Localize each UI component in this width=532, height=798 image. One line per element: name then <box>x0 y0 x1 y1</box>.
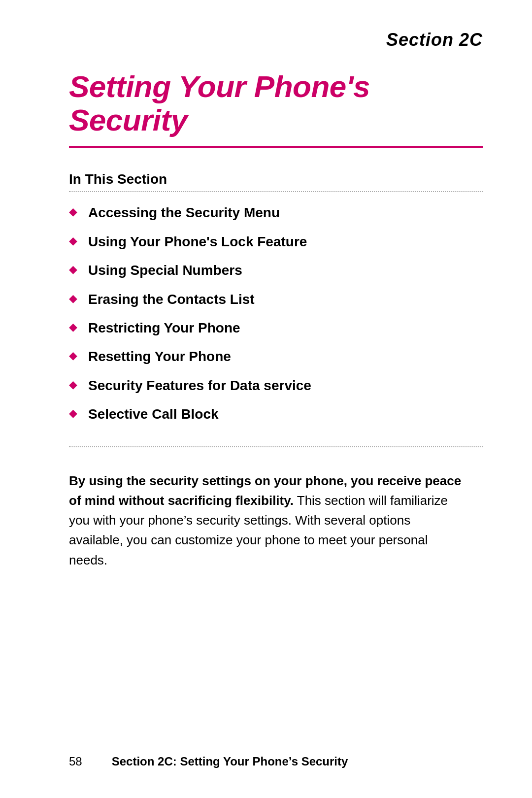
list-item: ◆ Restricting Your Phone <box>69 319 483 337</box>
list-item: ◆ Erasing the Contacts List <box>69 291 483 308</box>
footer: 58 Section 2C: Setting Your Phone’s Secu… <box>0 755 532 768</box>
diamond-icon: ◆ <box>69 234 77 247</box>
diamond-icon: ◆ <box>69 349 77 362</box>
toc-item-text: Using Your Phone's Lock Feature <box>88 233 307 251</box>
list-item: ◆ Using Your Phone's Lock Feature <box>69 233 483 251</box>
list-item: ◆ Selective Call Block <box>69 405 483 423</box>
dotted-rule-bottom <box>69 446 483 447</box>
toc-heading: In This Section <box>69 171 483 187</box>
toc-item-text: Resetting Your Phone <box>88 348 231 366</box>
diamond-icon: ◆ <box>69 378 77 391</box>
diamond-icon: ◆ <box>69 321 77 333</box>
title-rule <box>69 146 483 148</box>
toc-item-text: Selective Call Block <box>88 405 219 423</box>
diamond-icon: ◆ <box>69 407 77 420</box>
list-item: ◆ Accessing the Security Menu <box>69 204 483 222</box>
footer-section-text: Section 2C: Setting Your Phone’s Securit… <box>112 755 348 768</box>
toc-item-text: Using Special Numbers <box>88 262 242 279</box>
body-text: By using the security settings on your p… <box>69 471 463 570</box>
toc-item-text: Restricting Your Phone <box>88 319 240 337</box>
toc-item-text: Erasing the Contacts List <box>88 291 255 308</box>
toc-item-text: Security Features for Data service <box>88 377 311 395</box>
section-label: Section 2C <box>69 30 483 50</box>
toc-item-text: Accessing the Security Menu <box>88 204 280 222</box>
toc-list: ◆ Accessing the Security Menu ◆ Using Yo… <box>69 204 483 434</box>
page-title: Setting Your Phone's Security <box>69 70 483 137</box>
diamond-icon: ◆ <box>69 292 77 305</box>
list-item: ◆ Resetting Your Phone <box>69 348 483 366</box>
diamond-icon: ◆ <box>69 205 77 218</box>
dotted-rule-top <box>69 191 483 192</box>
list-item: ◆ Using Special Numbers <box>69 262 483 279</box>
diamond-icon: ◆ <box>69 263 77 276</box>
footer-page-number: 58 <box>69 755 82 768</box>
list-item: ◆ Security Features for Data service <box>69 377 483 395</box>
page: Section 2C Setting Your Phone's Security… <box>0 0 532 798</box>
